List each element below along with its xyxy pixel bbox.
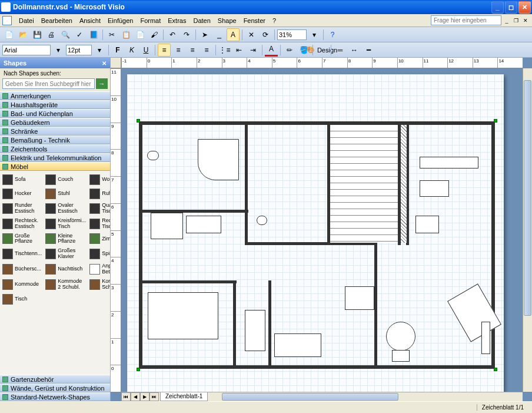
- mdi-minimize[interactable]: _: [503, 16, 511, 25]
- shape-item[interactable]: Tisch: [1, 293, 43, 306]
- shape-chairs[interactable]: [345, 286, 374, 310]
- tab-next-button[interactable]: ▶: [140, 392, 149, 401]
- redo-button[interactable]: ↷: [180, 28, 193, 41]
- align-justify-button[interactable]: ≡: [200, 44, 213, 57]
- shape-item[interactable]: Sofa: [1, 173, 43, 186]
- open-button[interactable]: 📂: [16, 28, 29, 41]
- undo-button[interactable]: ↶: [166, 28, 179, 41]
- shape-bed[interactable]: [148, 292, 218, 339]
- stencil-bar[interactable]: Anmerkungen: [0, 91, 110, 100]
- stencil-bar[interactable]: Zeichentools: [0, 144, 110, 153]
- menu-format[interactable]: Format: [137, 16, 164, 25]
- menu-fenster[interactable]: Fenster: [240, 16, 269, 25]
- align-right-button[interactable]: ≡: [186, 44, 199, 57]
- format-painter-button[interactable]: 🖌: [148, 28, 161, 41]
- bold-button[interactable]: F: [111, 44, 124, 57]
- stencil-bar[interactable]: Bemaßung - Technik: [0, 136, 110, 144]
- shape-table-round[interactable]: [386, 322, 415, 351]
- page-tab[interactable]: Zeichenblatt-1: [160, 392, 208, 401]
- line-pattern-button[interactable]: ═: [334, 44, 347, 57]
- shape-item[interactable]: Tischtenn...: [1, 247, 43, 261]
- rotate-button[interactable]: ⟳: [259, 28, 272, 41]
- spelling-button[interactable]: ✓: [73, 28, 86, 41]
- shape-item[interactable]: Kommode: [1, 277, 43, 292]
- tab-last-button[interactable]: ⏭: [149, 392, 159, 401]
- vertical-scrollbar[interactable]: [523, 68, 532, 392]
- text-tool-button[interactable]: A: [227, 28, 240, 41]
- menu-bearbeiten[interactable]: Bearbeiten: [38, 16, 76, 25]
- print-preview-button[interactable]: 🔍: [59, 28, 72, 41]
- decrease-indent-button[interactable]: ⇤: [232, 44, 245, 57]
- drawing-page[interactable]: [127, 74, 504, 392]
- shape-shelf[interactable]: [481, 322, 490, 354]
- mdi-close[interactable]: ✕: [521, 16, 530, 25]
- stencil-bar[interactable]: Gebäudekern: [0, 118, 110, 127]
- shape-item[interactable]: Kreisförmi... Tisch: [44, 217, 87, 231]
- menu-ansicht[interactable]: Ansicht: [76, 16, 104, 25]
- stencil-bar[interactable]: Gartenzubehör: [0, 375, 110, 384]
- menu-einfuegen[interactable]: Einfügen: [104, 16, 137, 25]
- menu-shape[interactable]: Shape: [214, 16, 240, 25]
- line-ends-button[interactable]: ↔: [348, 44, 361, 57]
- connection-point-button[interactable]: ✕: [245, 28, 258, 41]
- stencil-bar[interactable]: Standard-Netzwerk-Shapes: [0, 392, 110, 401]
- shapes-search-go-button[interactable]: →: [96, 78, 108, 89]
- line-weight-button[interactable]: ━: [362, 44, 375, 57]
- close-button[interactable]: ✕: [518, 1, 531, 14]
- shape-item[interactable]: Stuhl: [44, 187, 87, 200]
- connector-tool-button[interactable]: ⎯: [212, 28, 225, 41]
- floorplan[interactable]: [139, 121, 495, 369]
- shape-counter[interactable]: [420, 157, 478, 168]
- shape-item[interactable]: Zimmerpfl...: [88, 232, 110, 246]
- design-button[interactable]: 🎨 Design: [315, 44, 328, 57]
- tab-prev-button[interactable]: ◀: [131, 392, 140, 401]
- increase-indent-button[interactable]: ⇥: [247, 44, 260, 57]
- shapes-close-icon[interactable]: ✕: [102, 60, 107, 67]
- shape-item[interactable]: Rechteck. Tisch: [88, 217, 110, 231]
- shape-item[interactable]: Spinettkl...: [88, 247, 110, 261]
- shape-item[interactable]: Kommode 3 Schubl.: [88, 277, 110, 292]
- shape-item[interactable]: Großes Klavier: [44, 247, 87, 261]
- new-button[interactable]: 📄: [2, 28, 15, 41]
- font-dropdown[interactable]: ▾: [52, 44, 65, 57]
- save-button[interactable]: 💾: [31, 28, 44, 41]
- zoom-dropdown[interactable]: ▾: [308, 28, 321, 41]
- shape-item[interactable]: Kommode 2 Schubl.: [44, 277, 87, 292]
- shape-desk[interactable]: [274, 333, 321, 357]
- shape-sink[interactable]: [420, 180, 449, 197]
- shape-item[interactable]: Kleine Pflanze: [44, 232, 87, 246]
- shape-toilet[interactable]: [147, 151, 159, 160]
- tab-first-button[interactable]: ⏮: [121, 392, 131, 401]
- font-combo[interactable]: [2, 45, 51, 55]
- size-dropdown[interactable]: ▾: [93, 44, 106, 57]
- font-color-button[interactable]: A: [265, 44, 278, 57]
- research-button[interactable]: 📘: [87, 28, 100, 41]
- align-center-button[interactable]: ≡: [172, 44, 185, 57]
- menu-help[interactable]: ?: [269, 16, 280, 25]
- drawing-viewport[interactable]: [121, 68, 523, 392]
- help-search-input[interactable]: [431, 15, 501, 25]
- shape-toilet2[interactable]: [257, 216, 267, 225]
- stencil-moebel[interactable]: Möbel: [0, 162, 110, 171]
- shape-item[interactable]: Anpassb... Bett: [88, 262, 110, 276]
- menu-daten[interactable]: Daten: [189, 16, 214, 25]
- shape-item[interactable]: Büchersc...: [1, 262, 43, 276]
- shape-sideboard[interactable]: [245, 310, 265, 351]
- vertical-ruler[interactable]: 11109876543210: [111, 68, 121, 392]
- stencil-bar[interactable]: Bad- und Küchenplan: [0, 109, 110, 118]
- shape-stove[interactable]: [415, 216, 439, 233]
- line-color-button[interactable]: ✏: [283, 44, 296, 57]
- shape-item[interactable]: Wohnzimm...: [88, 173, 110, 186]
- shape-item[interactable]: Nachttisch: [44, 262, 87, 276]
- copy-button[interactable]: 📋: [119, 28, 132, 41]
- stencil-bar[interactable]: Haushaltsgeräte: [0, 100, 110, 109]
- shape-item[interactable]: Ruhesessel: [88, 187, 110, 200]
- shape-item[interactable]: Große Pflanze: [1, 232, 43, 246]
- pointer-tool-button[interactable]: ➤: [198, 28, 211, 41]
- menu-datei[interactable]: Datei: [15, 16, 38, 25]
- minimize-button[interactable]: _: [491, 1, 504, 14]
- bullets-button[interactable]: ⋮≡: [218, 44, 231, 57]
- underline-button[interactable]: U: [139, 44, 152, 57]
- menu-extras[interactable]: Extras: [164, 16, 189, 25]
- help-button[interactable]: ?: [326, 28, 339, 41]
